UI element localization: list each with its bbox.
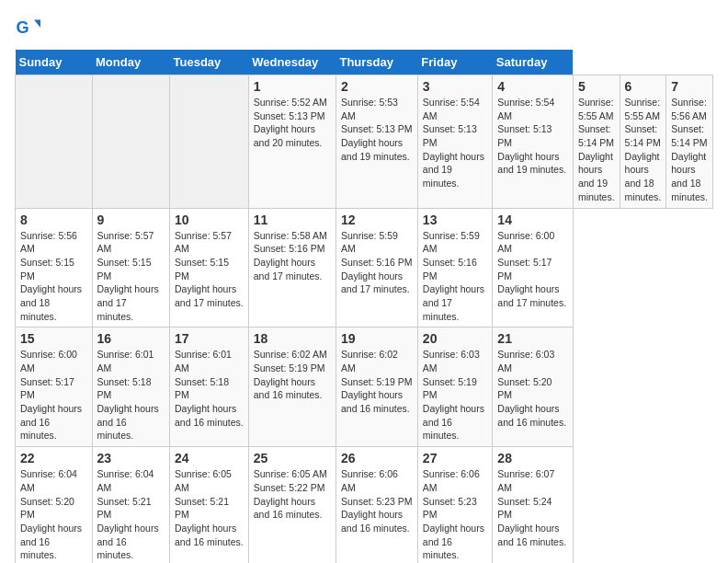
- day-number: 16: [97, 331, 165, 346]
- day-number: 17: [175, 331, 244, 346]
- days-header-row: SundayMondayTuesdayWednesdayThursdayFrid…: [16, 50, 713, 75]
- calendar-cell: [16, 75, 93, 209]
- logo-icon: G: [15, 15, 40, 40]
- calendar-cell: 14Sunrise: 6:00 AMSunset: 5:17 PMDayligh…: [493, 208, 574, 327]
- calendar-cell: 26Sunrise: 6:06 AMSunset: 5:23 PMDayligh…: [336, 447, 417, 563]
- day-number: 8: [20, 213, 87, 227]
- day-info: Sunrise: 5:57 AMSunset: 5:15 PMDaylight …: [97, 229, 165, 324]
- day-number: 14: [497, 213, 568, 227]
- day-info: Sunrise: 5:52 AMSunset: 5:13 PMDaylight …: [254, 96, 331, 150]
- day-number: 28: [497, 451, 568, 465]
- calendar-cell: 17Sunrise: 6:01 AMSunset: 5:18 PMDayligh…: [170, 327, 249, 447]
- day-info: Sunrise: 6:02 AMSunset: 5:19 PMDaylight …: [341, 348, 413, 415]
- calendar-table: SundayMondayTuesdayWednesdayThursdayFrid…: [15, 50, 713, 563]
- day-number: 5: [578, 79, 615, 94]
- day-of-week-header: Sunday: [16, 50, 93, 75]
- calendar-cell: 22Sunrise: 6:04 AMSunset: 5:20 PMDayligh…: [16, 447, 93, 563]
- calendar-cell: 9Sunrise: 5:57 AMSunset: 5:15 PMDaylight…: [92, 208, 170, 327]
- calendar-week-row: 15Sunrise: 6:00 AMSunset: 5:17 PMDayligh…: [16, 327, 713, 447]
- day-info: Sunrise: 6:01 AMSunset: 5:18 PMDaylight …: [175, 348, 244, 429]
- day-info: Sunrise: 5:53 AMSunset: 5:13 PMDaylight …: [341, 96, 413, 163]
- day-number: 25: [254, 451, 331, 465]
- day-info: Sunrise: 6:06 AMSunset: 5:23 PMDaylight …: [423, 467, 488, 562]
- day-number: 11: [254, 213, 331, 227]
- day-info: Sunrise: 5:58 AMSunset: 5:16 PMDaylight …: [254, 229, 331, 283]
- calendar-week-row: 1Sunrise: 5:52 AMSunset: 5:13 PMDaylight…: [16, 75, 713, 209]
- calendar-cell: 10Sunrise: 5:57 AMSunset: 5:15 PMDayligh…: [170, 208, 249, 327]
- calendar-cell: 4Sunrise: 5:54 AMSunset: 5:13 PMDaylight…: [493, 75, 574, 209]
- day-info: Sunrise: 6:00 AMSunset: 5:17 PMDaylight …: [497, 229, 568, 310]
- day-number: 23: [97, 451, 165, 465]
- day-number: 7: [671, 79, 708, 94]
- calendar-cell: 3Sunrise: 5:54 AMSunset: 5:13 PMDaylight…: [417, 75, 493, 209]
- calendar-cell: 21Sunrise: 6:03 AMSunset: 5:20 PMDayligh…: [493, 327, 574, 447]
- day-number: 12: [341, 213, 413, 227]
- day-info: Sunrise: 6:07 AMSunset: 5:24 PMDaylight …: [497, 467, 568, 548]
- calendar-cell: 6Sunrise: 5:55 AMSunset: 5:14 PMDaylight…: [620, 75, 666, 209]
- day-info: Sunrise: 5:54 AMSunset: 5:13 PMDaylight …: [497, 96, 568, 177]
- calendar-cell: 16Sunrise: 6:01 AMSunset: 5:18 PMDayligh…: [92, 327, 170, 447]
- day-info: Sunrise: 6:06 AMSunset: 5:23 PMDaylight …: [341, 467, 413, 534]
- day-of-week-header: Monday: [92, 50, 170, 75]
- svg-text:G: G: [16, 18, 28, 37]
- day-info: Sunrise: 5:56 AMSunset: 5:15 PMDaylight …: [20, 229, 87, 324]
- calendar-cell: 8Sunrise: 5:56 AMSunset: 5:15 PMDaylight…: [16, 208, 93, 327]
- day-number: 21: [497, 331, 568, 346]
- calendar-cell: 18Sunrise: 6:02 AMSunset: 5:19 PMDayligh…: [248, 327, 336, 447]
- calendar-cell: 20Sunrise: 6:03 AMSunset: 5:19 PMDayligh…: [417, 327, 493, 447]
- day-number: 24: [175, 451, 244, 465]
- day-of-week-header: Saturday: [493, 50, 574, 75]
- calendar-cell: 25Sunrise: 6:05 AMSunset: 5:22 PMDayligh…: [248, 447, 336, 563]
- calendar-cell: 1Sunrise: 5:52 AMSunset: 5:13 PMDaylight…: [248, 75, 336, 209]
- day-number: 15: [20, 331, 87, 346]
- day-info: Sunrise: 5:59 AMSunset: 5:16 PMDaylight …: [341, 229, 413, 296]
- day-info: Sunrise: 6:02 AMSunset: 5:19 PMDaylight …: [254, 348, 331, 402]
- calendar-cell: 19Sunrise: 6:02 AMSunset: 5:19 PMDayligh…: [336, 327, 417, 447]
- logo: G: [15, 15, 44, 40]
- day-of-week-header: Wednesday: [248, 50, 336, 75]
- day-number: 13: [423, 213, 488, 227]
- day-number: 22: [20, 451, 87, 465]
- day-number: 3: [423, 79, 488, 94]
- day-number: 19: [341, 331, 413, 346]
- svg-marker-1: [34, 20, 40, 28]
- day-number: 27: [423, 451, 488, 465]
- day-info: Sunrise: 6:03 AMSunset: 5:19 PMDaylight …: [423, 348, 488, 442]
- day-info: Sunrise: 6:00 AMSunset: 5:17 PMDaylight …: [20, 348, 87, 442]
- day-info: Sunrise: 6:04 AMSunset: 5:21 PMDaylight …: [97, 467, 165, 562]
- calendar-cell: 12Sunrise: 5:59 AMSunset: 5:16 PMDayligh…: [336, 208, 417, 327]
- day-number: 2: [341, 79, 413, 94]
- day-info: Sunrise: 6:01 AMSunset: 5:18 PMDaylight …: [97, 348, 165, 442]
- calendar-cell: 11Sunrise: 5:58 AMSunset: 5:16 PMDayligh…: [248, 208, 336, 327]
- day-info: Sunrise: 5:57 AMSunset: 5:15 PMDaylight …: [175, 229, 244, 310]
- calendar-body: 1Sunrise: 5:52 AMSunset: 5:13 PMDaylight…: [16, 75, 713, 564]
- calendar-cell: 27Sunrise: 6:06 AMSunset: 5:23 PMDayligh…: [417, 447, 493, 563]
- calendar-cell: 24Sunrise: 6:05 AMSunset: 5:21 PMDayligh…: [170, 447, 249, 563]
- day-of-week-header: Thursday: [336, 50, 417, 75]
- day-number: 6: [625, 79, 662, 94]
- page-header: G: [15, 15, 713, 40]
- day-number: 4: [497, 79, 568, 94]
- calendar-week-row: 22Sunrise: 6:04 AMSunset: 5:20 PMDayligh…: [16, 447, 713, 563]
- day-info: Sunrise: 5:55 AMSunset: 5:14 PMDaylight …: [625, 96, 662, 204]
- day-info: Sunrise: 5:54 AMSunset: 5:13 PMDaylight …: [423, 96, 488, 190]
- day-number: 18: [254, 331, 331, 346]
- calendar-cell: 28Sunrise: 6:07 AMSunset: 5:24 PMDayligh…: [493, 447, 574, 563]
- day-of-week-header: Friday: [417, 50, 493, 75]
- calendar-cell: 23Sunrise: 6:04 AMSunset: 5:21 PMDayligh…: [92, 447, 170, 563]
- calendar-cell: 7Sunrise: 5:56 AMSunset: 5:14 PMDaylight…: [666, 75, 713, 209]
- day-number: 26: [341, 451, 413, 465]
- day-info: Sunrise: 5:55 AMSunset: 5:14 PMDaylight …: [578, 96, 615, 204]
- day-info: Sunrise: 6:05 AMSunset: 5:21 PMDaylight …: [175, 467, 244, 548]
- day-info: Sunrise: 6:03 AMSunset: 5:20 PMDaylight …: [497, 348, 568, 429]
- calendar-cell: 2Sunrise: 5:53 AMSunset: 5:13 PMDaylight…: [336, 75, 417, 209]
- calendar-week-row: 8Sunrise: 5:56 AMSunset: 5:15 PMDaylight…: [16, 208, 713, 327]
- day-info: Sunrise: 6:04 AMSunset: 5:20 PMDaylight …: [20, 467, 87, 562]
- day-number: 9: [97, 213, 165, 227]
- day-info: Sunrise: 6:05 AMSunset: 5:22 PMDaylight …: [254, 467, 331, 522]
- day-of-week-header: Tuesday: [170, 50, 249, 75]
- calendar-cell: [92, 75, 170, 209]
- day-info: Sunrise: 5:56 AMSunset: 5:14 PMDaylight …: [671, 96, 708, 204]
- day-number: 10: [175, 213, 244, 227]
- calendar-cell: 13Sunrise: 5:59 AMSunset: 5:16 PMDayligh…: [417, 208, 493, 327]
